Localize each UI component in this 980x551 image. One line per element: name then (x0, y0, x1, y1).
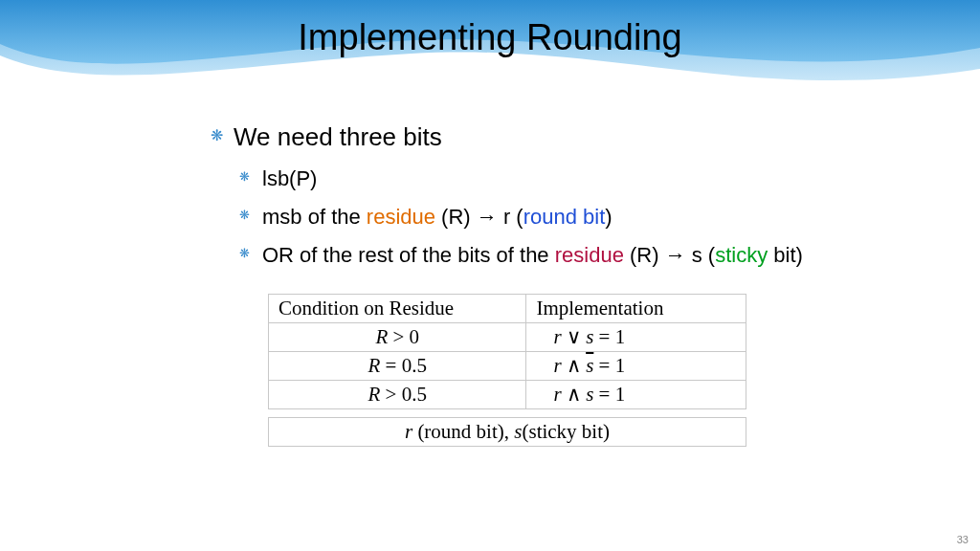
cell-implementation: r ∧ s = 1 (526, 381, 746, 409)
text: ) (605, 205, 612, 229)
col-condition: Condition on Residue (269, 295, 526, 323)
bullet-lsb: lsb(P) (239, 165, 880, 192)
legend-r: r (405, 420, 412, 443)
text: bit) (768, 243, 803, 267)
table-legend: r (round bit), s(sticky bit) (268, 417, 746, 447)
table-row: R = 0.5 r ∧ s = 1 (269, 352, 746, 381)
bullet-main: We need three bits (211, 122, 880, 152)
cell-implementation: r ∨ s = 1 (526, 323, 746, 352)
slide-title: Implementing Rounding (0, 17, 980, 58)
cell-implementation: r ∧ s = 1 (526, 352, 746, 381)
table-row: R > 0 r ∨ s = 1 (269, 323, 746, 352)
text: msb of the (262, 205, 367, 229)
text: OR of the rest of the bits of the (262, 243, 555, 267)
table-row: R > 0.5 r ∧ s = 1 (269, 381, 746, 409)
page-number: 33 (957, 534, 969, 545)
table-header-row: Condition on Residue Implementation (269, 295, 746, 323)
cell-condition: R = 0.5 (269, 352, 526, 381)
slide: Implementing Rounding We need three bits… (0, 0, 980, 551)
rounding-table: Condition on Residue Implementation R > … (268, 294, 746, 409)
content-area: We need three bits lsb(P) msb of the res… (211, 122, 880, 447)
legend-text: (round bit), (412, 420, 514, 443)
text: (R) → s ( (624, 243, 715, 267)
bullet-sticky-bit: OR of the rest of the bits of the residu… (239, 242, 880, 269)
col-implementation: Implementation (526, 295, 746, 323)
text-residue: residue (367, 205, 435, 229)
text: (R) → r ( (435, 205, 523, 229)
rounding-table-wrap: Condition on Residue Implementation R > … (268, 294, 746, 447)
text-sticky: sticky (715, 243, 768, 267)
text-residue: residue (555, 243, 624, 267)
text-round-bit: round bit (523, 205, 606, 229)
cell-condition: R > 0 (269, 323, 526, 352)
cell-condition: R > 0.5 (269, 381, 526, 409)
bullet-round-bit: msb of the residue (R) → r (round bit) (239, 204, 880, 231)
legend-text: (sticky bit) (522, 420, 610, 443)
